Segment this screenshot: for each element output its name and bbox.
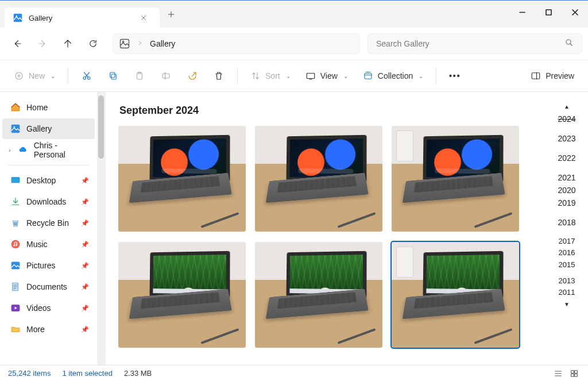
sidebar-item-label: Gallery — [26, 124, 52, 133]
back-button[interactable] — [6, 32, 29, 55]
photo-thumbnail[interactable] — [255, 242, 382, 348]
cut-button[interactable] — [75, 66, 98, 86]
sidebar-item-onedrive[interactable]: › Chris - Personal — [2, 140, 95, 160]
downloads-icon — [10, 197, 21, 207]
chevron-down-icon: ⌄ — [419, 73, 423, 79]
timeline-scroll-up[interactable]: ▲ — [564, 103, 570, 110]
command-bar: New ⌄ Sort ⌄ View ⌄ Collection ⌄ ••• Pre… — [0, 60, 588, 92]
thumbnails-view-button[interactable] — [568, 368, 580, 379]
sidebar-item-home[interactable]: Home — [2, 97, 95, 118]
close-window-button[interactable] — [562, 1, 588, 24]
new-tab-button[interactable] — [160, 1, 183, 28]
scrollbar-thumb[interactable] — [98, 95, 104, 159]
pin-icon[interactable]: 📌 — [81, 177, 89, 184]
status-size: 2.33 MB — [124, 369, 152, 378]
svg-rect-29 — [575, 374, 578, 376]
photo-thumbnail-selected[interactable] — [392, 242, 519, 348]
svg-rect-13 — [163, 74, 169, 78]
expand-chevron-icon[interactable]: › — [6, 147, 13, 153]
timeline-year[interactable]: 2019 — [558, 197, 575, 209]
divider — [68, 68, 68, 84]
timeline-year[interactable]: 2020 — [558, 184, 575, 196]
navigation-bar: Gallery — [0, 28, 588, 60]
view-menu[interactable]: View ⌄ — [300, 66, 354, 86]
sidebar-item-label: Music — [26, 240, 48, 249]
title-bar: Gallery — [0, 0, 588, 28]
pin-icon[interactable]: 📌 — [81, 283, 89, 291]
thumbnail-grid — [118, 126, 533, 348]
photo-thumbnail[interactable] — [118, 126, 246, 232]
breadcrumb-location[interactable]: Gallery — [150, 39, 175, 48]
photo-thumbnail[interactable] — [118, 242, 246, 348]
collection-menu[interactable]: Collection ⌄ — [357, 66, 429, 86]
paste-button[interactable] — [128, 66, 151, 86]
section-header: September 2024 — [119, 105, 533, 117]
navigation-pane: Home Gallery › Chris - Personal Desktop … — [0, 92, 106, 365]
folder-icon — [10, 324, 21, 334]
timeline-year[interactable]: 2013 — [559, 276, 575, 286]
svg-rect-19 — [11, 178, 20, 183]
timeline-year[interactable]: 2018 — [558, 217, 575, 228]
sidebar-item-downloads[interactable]: Downloads 📌 — [2, 191, 95, 212]
maximize-button[interactable] — [535, 1, 562, 24]
pin-icon[interactable]: 📌 — [81, 241, 89, 248]
svg-point-22 — [16, 244, 17, 245]
timeline-year-current[interactable]: 2024 — [558, 113, 575, 125]
sidebar-item-recycle-bin[interactable]: Recycle Bin 📌 — [2, 213, 95, 233]
refresh-button[interactable] — [82, 32, 105, 55]
timeline-year[interactable]: 2017 — [559, 236, 575, 247]
location-type-icon — [119, 38, 130, 49]
sidebar-item-videos[interactable]: Videos 📌 — [2, 298, 95, 318]
up-button[interactable] — [56, 32, 79, 55]
sidebar-item-desktop[interactable]: Desktop 📌 — [2, 170, 95, 191]
rename-button[interactable] — [154, 66, 177, 86]
details-view-button[interactable] — [552, 368, 564, 379]
delete-button[interactable] — [207, 66, 230, 86]
timeline-year-rail: ▲ 2024 2023 2022 2021 2020 2019 2018 201… — [546, 92, 588, 365]
breadcrumb-chevron-icon[interactable] — [137, 40, 143, 47]
minimize-button[interactable] — [509, 1, 535, 24]
tab-close-button[interactable] — [136, 10, 152, 26]
divider — [436, 68, 436, 84]
sidebar-item-pictures[interactable]: Pictures 📌 — [2, 255, 95, 276]
window-controls — [509, 1, 588, 24]
sort-menu[interactable]: Sort ⌄ — [245, 66, 296, 86]
sidebar-item-music[interactable]: Music 📌 — [2, 234, 95, 255]
sidebar-item-label: Documents — [26, 282, 67, 291]
sidebar-item-gallery[interactable]: Gallery — [2, 118, 95, 139]
pin-icon[interactable]: 📌 — [81, 305, 89, 312]
photo-thumbnail[interactable] — [392, 126, 519, 232]
forward-button[interactable] — [31, 32, 54, 55]
timeline-year[interactable]: 2021 — [558, 172, 575, 183]
svg-rect-27 — [575, 370, 578, 373]
svg-point-4 — [122, 41, 124, 43]
search-box[interactable] — [368, 33, 582, 54]
timeline-year[interactable]: 2016 — [559, 248, 575, 258]
content-area: September 2024 — [106, 92, 588, 365]
pin-icon[interactable]: 📌 — [81, 326, 89, 333]
chevron-down-icon: ⌄ — [343, 73, 348, 79]
sidebar-item-documents[interactable]: Documents 📌 — [2, 276, 95, 297]
timeline-year[interactable]: 2023 — [558, 133, 575, 144]
timeline-scroll-down[interactable]: ▼ — [564, 301, 570, 307]
more-button[interactable]: ••• — [443, 66, 466, 86]
timeline-year[interactable]: 2022 — [558, 152, 575, 164]
home-icon — [10, 102, 21, 113]
photo-thumbnail[interactable] — [255, 126, 382, 232]
tab-gallery[interactable]: Gallery — [5, 7, 160, 28]
copy-button[interactable] — [102, 66, 125, 86]
sidebar-scrollbar[interactable] — [97, 92, 105, 365]
new-menu[interactable]: New ⌄ — [8, 66, 61, 86]
timeline-year[interactable]: 2011 — [559, 287, 575, 298]
sidebar-item-more[interactable]: More 📌 — [2, 319, 95, 340]
share-button[interactable] — [181, 66, 204, 86]
svg-rect-9 — [111, 74, 116, 79]
search-input[interactable] — [376, 39, 564, 48]
address-bar[interactable]: Gallery — [113, 33, 359, 54]
pin-icon[interactable]: 📌 — [81, 262, 89, 270]
pin-icon[interactable]: 📌 — [81, 220, 89, 227]
preview-pane-toggle[interactable]: Preview — [525, 66, 580, 86]
timeline-year[interactable]: 2015 — [559, 260, 575, 270]
sidebar-item-label: Recycle Bin — [26, 218, 69, 228]
pin-icon[interactable]: 📌 — [81, 198, 89, 206]
